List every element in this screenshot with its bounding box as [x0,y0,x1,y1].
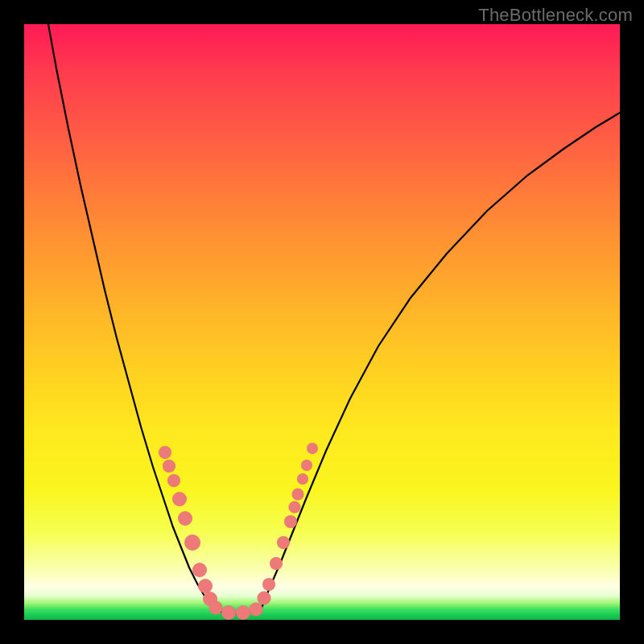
plot-gradient-background [24,24,620,620]
watermark-text: TheBottleneck.com [478,5,633,26]
chart-frame [24,24,620,620]
